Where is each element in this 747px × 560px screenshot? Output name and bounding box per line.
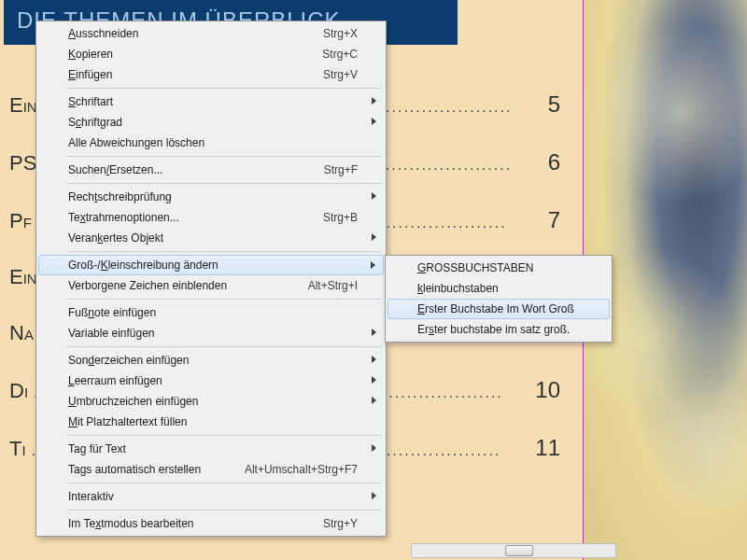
toc-page: 7 <box>548 207 560 233</box>
menu-item-cut[interactable]: AusschneidenStrg+X <box>38 23 384 44</box>
submenu-arrow-icon <box>372 118 376 125</box>
toc-page: 11 <box>535 435 560 461</box>
toc-label: Di <box>9 379 28 403</box>
menu-separator <box>66 510 382 511</box>
menu-label: Leerraum einfügen <box>68 374 358 387</box>
menu-item-spellcheck[interactable]: Rechtschreibprüfung <box>38 187 384 207</box>
menu-separator <box>66 251 382 252</box>
menu-separator <box>66 88 382 89</box>
menu-separator <box>66 156 382 157</box>
toc-label: Pf <box>9 209 32 233</box>
submenu-arrow-icon <box>371 261 375 269</box>
submenu-item-lowercase[interactable]: kleinbuchstaben <box>388 278 610 299</box>
toc-label: Ein <box>9 265 37 289</box>
menu-item-placeholder[interactable]: Mit Platzhaltertext füllen <box>38 412 384 432</box>
submenu-change-case[interactable]: GROSSBUCHSTABEN kleinbuchstaben Erster B… <box>385 255 613 343</box>
menu-label: Tag für Text <box>68 442 358 455</box>
menu-shortcut: Alt+Strg+I <box>308 279 358 292</box>
menu-item-copy[interactable]: KopierenStrg+C <box>38 44 384 64</box>
menu-label: Einfügen <box>68 68 323 81</box>
toc-label: Ein <box>9 93 37 118</box>
menu-shortcut: Strg+C <box>322 48 358 61</box>
menu-label: Kopieren <box>68 48 322 61</box>
toc-label: PS <box>9 151 36 175</box>
menu-item-change-case[interactable]: Groß-/Kleinschreibung ändern <box>38 255 384 275</box>
menu-item-special-char[interactable]: Sonderzeichen einfügen <box>38 350 384 371</box>
menu-item-footnote[interactable]: Fußnote einfügen <box>38 302 384 323</box>
menu-shortcut: Alt+Umschalt+Strg+F7 <box>245 463 358 476</box>
menu-label: Schriftgrad <box>68 116 358 129</box>
menu-label: Ausschneiden <box>68 27 323 40</box>
scrollbar-thumb[interactable] <box>505 545 533 556</box>
menu-shortcut: Strg+X <box>323 27 358 40</box>
submenu-arrow-icon <box>372 329 376 336</box>
menu-label: Verborgene Zeichen einblenden <box>68 279 308 292</box>
submenu-item-uppercase[interactable]: GROSSBUCHSTABEN <box>388 258 610 278</box>
toc-page: 5 <box>548 91 560 118</box>
menu-item-clear-overrides[interactable]: Alle Abweichungen löschen <box>38 133 384 153</box>
menu-item-autotag[interactable]: Tags automatisch erstellenAlt+Umschalt+S… <box>38 459 384 480</box>
toc-page: 10 <box>535 377 560 403</box>
menu-label: Erster Buchstabe Im Wort Groß <box>417 302 584 315</box>
menu-label: Im Textmodus bearbeiten <box>68 517 323 530</box>
submenu-arrow-icon <box>372 492 376 499</box>
submenu-arrow-icon <box>372 233 376 241</box>
menu-label: Fußnote einfügen <box>68 306 358 319</box>
submenu-item-title-case[interactable]: Erster Buchstabe Im Wort Groß <box>388 299 610 319</box>
menu-label: Suchen/Ersetzen... <box>68 163 324 176</box>
menu-label: Variable einfügen <box>68 327 358 340</box>
menu-separator <box>66 183 382 184</box>
menu-item-font[interactable]: Schriftart <box>38 91 384 112</box>
menu-label: Erster buchstabe im satz groß. <box>417 323 584 336</box>
menu-label: Interaktiv <box>68 490 358 503</box>
menu-item-anchored-object[interactable]: Verankertes Objekt <box>38 228 384 248</box>
menu-item-tag-for-text[interactable]: Tag für Text <box>38 439 384 459</box>
menu-shortcut: Strg+F <box>324 163 358 176</box>
toc-page: 6 <box>548 149 560 175</box>
menu-separator <box>66 346 382 347</box>
menu-item-frame-options[interactable]: Textrahmenoptionen...Strg+B <box>38 207 384 228</box>
menu-separator <box>66 483 382 483</box>
submenu-arrow-icon <box>372 356 376 363</box>
submenu-arrow-icon <box>372 97 376 105</box>
menu-label: Schriftart <box>68 95 358 108</box>
toc-label: Ti <box>9 437 26 461</box>
menu-separator <box>66 435 382 436</box>
menu-shortcut: Strg+Y <box>323 517 358 530</box>
menu-label: Tags automatisch erstellen <box>68 463 245 476</box>
submenu-arrow-icon <box>372 376 376 384</box>
menu-label: GROSSBUCHSTABEN <box>417 261 584 274</box>
submenu-arrow-icon <box>372 444 376 452</box>
menu-label: Sonderzeichen einfügen <box>68 354 358 367</box>
horizontal-scrollbar[interactable] <box>411 543 616 558</box>
menu-item-variable[interactable]: Variable einfügen <box>38 323 384 343</box>
menu-shortcut: Strg+B <box>323 211 358 224</box>
menu-item-whitespace[interactable]: Leerraum einfügen <box>38 371 384 391</box>
menu-label: kleinbuchstaben <box>417 282 584 295</box>
menu-item-break-char[interactable]: Umbruchzeichen einfügen <box>38 391 384 412</box>
context-menu[interactable]: AusschneidenStrg+X KopierenStrg+C Einfüg… <box>35 21 387 537</box>
menu-label: Textrahmenoptionen... <box>68 211 323 224</box>
menu-label: Verankertes Objekt <box>68 231 358 245</box>
submenu-arrow-icon <box>372 397 376 404</box>
toc-label: Na <box>9 321 34 345</box>
menu-item-fontsize[interactable]: Schriftgrad <box>38 112 384 133</box>
menu-item-show-hidden[interactable]: Verborgene Zeichen einblendenAlt+Strg+I <box>38 275 384 296</box>
menu-label: Groß-/Kleinschreibung ändern <box>68 259 358 272</box>
menu-item-story-editor[interactable]: Im Textmodus bearbeitenStrg+Y <box>38 513 384 534</box>
menu-item-paste[interactable]: EinfügenStrg+V <box>38 64 384 85</box>
menu-item-interactive[interactable]: Interaktiv <box>38 486 384 507</box>
submenu-item-sentence-case[interactable]: Erster buchstabe im satz groß. <box>388 319 610 340</box>
menu-label: Alle Abweichungen löschen <box>68 136 358 149</box>
menu-label: Umbruchzeichen einfügen <box>68 395 358 408</box>
menu-separator <box>66 299 382 300</box>
menu-item-find-replace[interactable]: Suchen/Ersetzen...Strg+F <box>38 160 384 180</box>
menu-label: Rechtschreibprüfung <box>68 190 358 203</box>
menu-shortcut: Strg+V <box>323 68 358 81</box>
menu-label: Mit Platzhaltertext füllen <box>68 415 358 428</box>
submenu-arrow-icon <box>372 192 376 200</box>
